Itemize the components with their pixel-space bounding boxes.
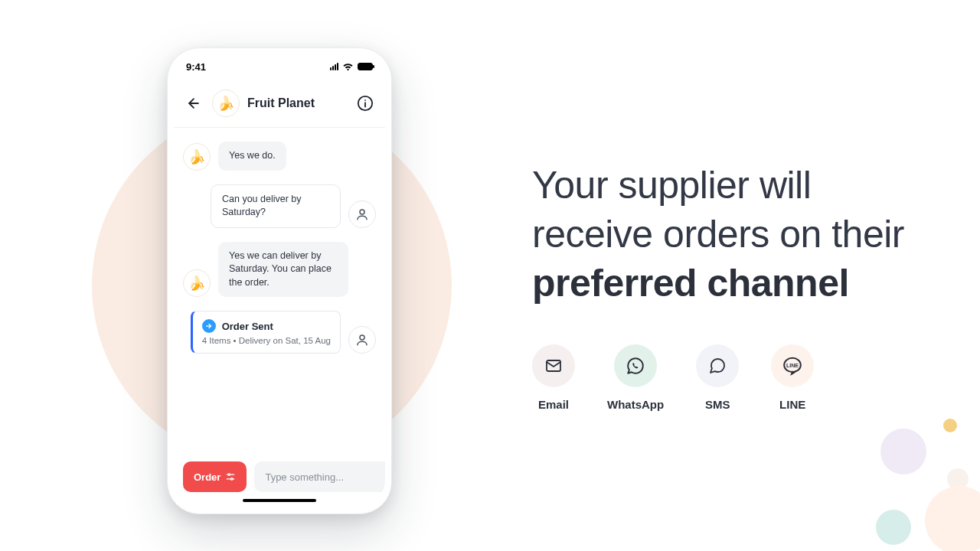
email-icon (532, 344, 575, 387)
channel-sms: SMS (696, 344, 739, 411)
channel-whatsapp: WhatsApp (607, 344, 664, 411)
svg-text:LINE: LINE (786, 363, 799, 368)
headline-line-3: preferred channel (532, 262, 849, 305)
order-button-label: Order (194, 471, 220, 483)
conversation: 🍌 Yes we do. Can you deliver by Saturday… (174, 128, 385, 452)
message-row: Can you deliver by Saturday? (183, 184, 376, 228)
wifi-icon (342, 63, 354, 71)
message-input[interactable] (254, 461, 385, 492)
phone-frame: 9:41 🍌 Fruit Planet 🍌 Yes we do. (167, 47, 392, 514)
deco-circle (943, 419, 957, 432)
headline-line-2: receive orders on their (532, 213, 904, 256)
phone-notch (234, 54, 325, 73)
channel-email: Email (532, 344, 575, 411)
back-button[interactable] (183, 93, 204, 114)
person-icon (355, 333, 369, 347)
svg-point-10 (231, 478, 233, 480)
svg-point-4 (360, 210, 364, 214)
order-title: Order Sent (222, 321, 273, 332)
order-sent-icon (202, 319, 216, 333)
info-button[interactable] (354, 93, 376, 114)
message-bubble: Yes we can deliver by Saturday. You can … (218, 242, 348, 298)
supplier-avatar-small: 🍌 (183, 143, 211, 171)
deco-circle (880, 429, 926, 474)
home-indicator (243, 499, 316, 502)
supplier-avatar-small: 🍌 (183, 269, 211, 297)
message-row: 🍌 Yes we do. (183, 142, 376, 171)
signal-icon (330, 63, 338, 70)
channel-label: SMS (705, 398, 730, 411)
channel-list: Email WhatsApp SMS LINE LINE (532, 344, 930, 411)
sliders-icon (225, 471, 236, 482)
info-icon (357, 95, 374, 112)
user-avatar (348, 201, 376, 228)
line-icon: LINE (771, 344, 814, 387)
battery-icon (358, 63, 373, 70)
channel-label: LINE (779, 398, 805, 411)
channel-label: WhatsApp (607, 398, 664, 411)
headline: Your supplier will receive orders on the… (532, 161, 930, 308)
deco-circle (925, 486, 980, 551)
status-time: 9:41 (186, 61, 206, 73)
order-subtitle: 4 Items • Delivery on Sat, 15 Aug (202, 336, 331, 345)
svg-point-9 (228, 474, 230, 475)
message-bubble: Yes we do. (218, 142, 286, 171)
supplier-avatar: 🍌 (212, 90, 240, 117)
chat-title: Fruit Planet (247, 96, 347, 110)
user-avatar (348, 326, 376, 354)
headline-line-1: Your supplier will (532, 164, 811, 207)
svg-point-3 (364, 99, 366, 100)
sms-icon (696, 344, 739, 387)
channel-line: LINE LINE (771, 344, 814, 411)
message-bubble: Can you deliver by Saturday? (211, 184, 341, 228)
chat-header: 🍌 Fruit Planet (174, 79, 385, 128)
svg-point-6 (360, 335, 364, 340)
message-row: Order Sent 4 Items • Delivery on Sat, 15… (183, 311, 376, 354)
order-button[interactable]: Order (183, 461, 247, 492)
arrow-left-icon (186, 96, 201, 111)
person-icon (355, 207, 369, 221)
deco-circle (876, 510, 911, 545)
order-card[interactable]: Order Sent 4 Items • Delivery on Sat, 15… (191, 311, 341, 354)
whatsapp-icon (614, 344, 657, 387)
channel-label: Email (538, 398, 569, 411)
message-row: 🍌 Yes we can deliver by Saturday. You ca… (183, 242, 376, 298)
marketing-panel: Your supplier will receive orders on the… (532, 161, 930, 411)
